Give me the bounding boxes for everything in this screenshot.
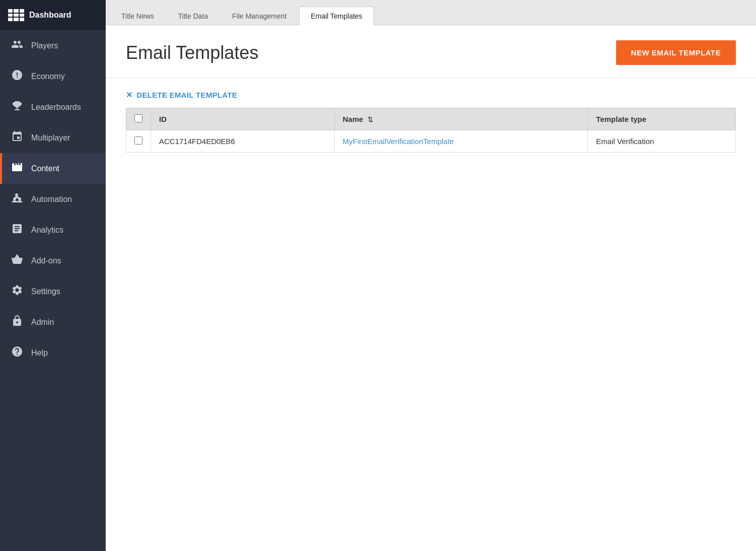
help-icon (10, 346, 24, 360)
sidebar-item-label: Add-ons (31, 256, 61, 265)
players-icon (10, 38, 24, 53)
main-area: Title News Title Data File Management Em… (106, 0, 756, 551)
svg-point-1 (15, 193, 18, 196)
tab-title-news[interactable]: Title News (110, 7, 166, 25)
th-name[interactable]: Name ⇅ (334, 108, 588, 130)
sidebar-item-label: Settings (31, 287, 60, 296)
logo-icon (8, 9, 24, 21)
th-id: ID (151, 108, 335, 130)
sidebar-item-settings[interactable]: Settings (0, 276, 106, 307)
table-header: ID Name ⇅ Template type (126, 108, 736, 130)
delete-email-template-action[interactable]: ✕ DELETE EMAIL TEMPLATE (126, 90, 736, 100)
table-section: ✕ DELETE EMAIL TEMPLATE ID Name ⇅ Temp (106, 78, 756, 165)
tab-title-data[interactable]: Title Data (167, 7, 219, 25)
row-checkbox-cell (126, 130, 151, 153)
sidebar-item-players[interactable]: Players (0, 30, 106, 61)
sidebar-item-automation[interactable]: Automation (0, 184, 106, 215)
email-templates-table: ID Name ⇅ Template type ACC1714FD4ED0EB6… (126, 108, 736, 153)
th-checkbox (126, 108, 151, 130)
new-email-template-button[interactable]: NEW EMAIL TEMPLATE (616, 40, 736, 65)
sidebar-item-economy[interactable]: Economy (0, 61, 106, 92)
sidebar: Dashboard Players Economy Leaderboards M… (0, 0, 106, 551)
table-body: ACC1714FD4ED0EB6MyFirstEmailVerification… (126, 130, 736, 153)
sidebar-item-label: Automation (31, 195, 72, 204)
tab-bar: Title News Title Data File Management Em… (106, 0, 756, 25)
logo-label: Dashboard (29, 11, 71, 20)
content-area: Email Templates NEW EMAIL TEMPLATE ✕ DEL… (106, 25, 756, 551)
addons-icon (10, 253, 24, 268)
sidebar-item-label: Leaderboards (31, 103, 81, 112)
sidebar-logo[interactable]: Dashboard (0, 0, 106, 30)
sidebar-item-label: Analytics (31, 226, 63, 235)
page-title: Email Templates (126, 42, 258, 63)
template-name-link[interactable]: MyFirstEmailVerificationTemplate (343, 137, 454, 146)
page-header: Email Templates NEW EMAIL TEMPLATE (106, 25, 756, 78)
sort-icon: ⇅ (367, 116, 373, 123)
sidebar-item-label: Content (31, 164, 59, 173)
content-icon (10, 161, 24, 176)
multiplayer-icon (10, 130, 24, 145)
row-template-type: Email Verification (588, 130, 736, 153)
tab-email-templates[interactable]: Email Templates (299, 7, 373, 25)
leaderboards-icon (10, 100, 24, 114)
sidebar-item-content[interactable]: Content (0, 153, 106, 184)
row-name[interactable]: MyFirstEmailVerificationTemplate (334, 130, 588, 153)
row-id: ACC1714FD4ED0EB6 (151, 130, 335, 153)
sidebar-item-label: Multiplayer (31, 133, 70, 143)
admin-icon (10, 315, 24, 329)
economy-icon (10, 69, 24, 84)
sidebar-item-leaderboards[interactable]: Leaderboards (0, 92, 106, 122)
sidebar-item-label: Economy (31, 72, 65, 81)
row-checkbox[interactable] (134, 136, 142, 145)
sidebar-item-admin[interactable]: Admin (0, 307, 106, 337)
sidebar-item-label: Players (31, 41, 58, 50)
sidebar-item-help[interactable]: Help (0, 337, 106, 368)
sidebar-item-label: Help (31, 349, 48, 358)
settings-icon (10, 284, 24, 299)
sidebar-item-analytics[interactable]: Analytics (0, 215, 106, 245)
sidebar-item-label: Admin (31, 318, 54, 327)
delete-label: DELETE EMAIL TEMPLATE (136, 91, 237, 99)
analytics-icon (10, 223, 24, 237)
select-all-checkbox[interactable] (134, 114, 142, 122)
table-row: ACC1714FD4ED0EB6MyFirstEmailVerification… (126, 130, 736, 153)
sidebar-item-addons[interactable]: Add-ons (0, 245, 106, 276)
automation-icon (10, 192, 24, 206)
sidebar-item-multiplayer[interactable]: Multiplayer (0, 122, 106, 153)
tab-file-management[interactable]: File Management (220, 7, 298, 25)
delete-x-icon: ✕ (126, 90, 132, 100)
th-template-type: Template type (588, 108, 736, 130)
